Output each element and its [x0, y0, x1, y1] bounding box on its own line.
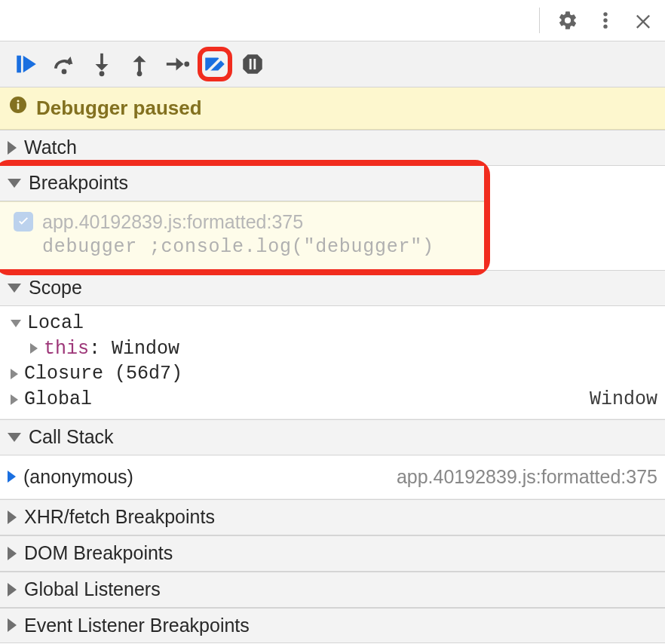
callstack-frame[interactable]: (anonymous) app.40192839.js:formatted:37… [0, 455, 665, 500]
svg-point-2 [603, 24, 607, 28]
svg-point-1 [603, 18, 607, 22]
svg-rect-10 [138, 60, 141, 72]
close-icon[interactable] [629, 6, 657, 35]
svg-rect-18 [253, 59, 256, 69]
chevron-down-icon [11, 320, 21, 327]
svg-point-8 [100, 71, 105, 76]
step-out-button[interactable] [122, 47, 157, 81]
dom-breakpoints-label: DOM Breakpoints [24, 541, 173, 566]
scope-global-value: Window [590, 387, 657, 412]
scope-this-row[interactable]: this : Window [8, 336, 657, 362]
scope-this-key: this [44, 336, 89, 362]
toolbar-separator [539, 8, 540, 33]
chevron-down-icon [8, 433, 21, 442]
svg-point-5 [62, 69, 67, 75]
svg-point-0 [603, 12, 607, 16]
breakpoint-checkbox[interactable] [14, 212, 33, 232]
chevron-down-icon [8, 284, 21, 293]
callstack-frame-source: app.40192839.js:formatted:375 [397, 465, 657, 490]
breakpoints-header[interactable]: Breakpoints [0, 166, 484, 201]
step-over-button[interactable] [47, 47, 81, 81]
resume-button[interactable] [9, 47, 44, 81]
chevron-right-icon [8, 618, 17, 632]
breakpoint-location: app.40192839.js:formatted:375 [42, 210, 303, 235]
banner-text: Debugger paused [36, 95, 202, 121]
breakpoint-item[interactable]: app.40192839.js:formatted:375 [14, 210, 475, 235]
chevron-right-icon [8, 141, 17, 155]
scope-body: Local this : Window Closure (56d7) Globa… [0, 306, 665, 419]
xhr-breakpoints-header[interactable]: XHR/fetch Breakpoints [0, 499, 665, 535]
chevron-right-icon [8, 583, 17, 596]
svg-point-21 [17, 100, 20, 103]
gear-icon[interactable] [553, 6, 582, 35]
deactivate-breakpoints-button[interactable] [198, 47, 232, 81]
breakpoints-body: app.40192839.js:formatted:375 debugger ;… [0, 201, 484, 270]
debugger-toolbar [0, 41, 665, 87]
svg-rect-20 [17, 103, 20, 109]
more-vert-icon[interactable] [591, 6, 620, 35]
chevron-down-icon [8, 179, 21, 188]
scope-closure-row[interactable]: Closure (56d7) [8, 361, 657, 387]
scope-global-label: Global [24, 387, 92, 412]
scope-global-row[interactable]: Global Window [8, 387, 657, 412]
watch-label: Watch [24, 135, 77, 161]
scope-header[interactable]: Scope [0, 270, 665, 306]
info-icon [9, 96, 27, 120]
debugger-paused-banner: Debugger paused [0, 87, 665, 130]
breakpoints-highlight: Breakpoints app.40192839.js:formatted:37… [0, 160, 490, 275]
dom-breakpoints-header[interactable]: DOM Breakpoints [0, 535, 665, 572]
step-into-button[interactable] [84, 47, 119, 81]
callstack-frame-name: (anonymous) [23, 465, 133, 490]
svg-marker-4 [23, 56, 36, 73]
svg-rect-17 [250, 59, 252, 69]
pause-on-exceptions-button[interactable] [235, 47, 270, 81]
xhr-breakpoints-label: XHR/fetch Breakpoints [24, 504, 215, 530]
chevron-right-icon [8, 511, 17, 524]
svg-marker-13 [176, 58, 184, 71]
scope-label: Scope [29, 275, 82, 301]
current-frame-icon [8, 471, 16, 483]
global-listeners-header[interactable]: Global Listeners [0, 572, 665, 608]
global-listeners-label: Global Listeners [24, 577, 161, 603]
scope-local-label: Local [27, 311, 84, 336]
scope-closure-label: Closure (56d7) [24, 361, 182, 387]
chevron-right-icon [30, 343, 38, 354]
svg-point-14 [184, 62, 189, 67]
chevron-right-icon [11, 394, 18, 405]
chevron-right-icon [11, 369, 18, 379]
event-listener-breakpoints-label: Event Listener Breakpoints [24, 613, 250, 639]
devtools-top-toolbar [0, 0, 665, 41]
breakpoint-code: debugger ;console.log("debugger") [14, 235, 475, 260]
chevron-right-icon [8, 547, 17, 560]
svg-marker-7 [96, 64, 109, 71]
scope-this-value: : Window [89, 336, 179, 362]
breakpoints-label: Breakpoints [29, 170, 128, 196]
event-listener-breakpoints-header[interactable]: Event Listener Breakpoints [0, 608, 665, 644]
scope-local-row[interactable]: Local [8, 311, 657, 336]
svg-point-11 [137, 71, 142, 76]
step-button[interactable] [160, 47, 195, 81]
svg-rect-3 [17, 56, 21, 73]
callstack-header[interactable]: Call Stack [0, 419, 665, 455]
callstack-label: Call Stack [29, 425, 114, 450]
